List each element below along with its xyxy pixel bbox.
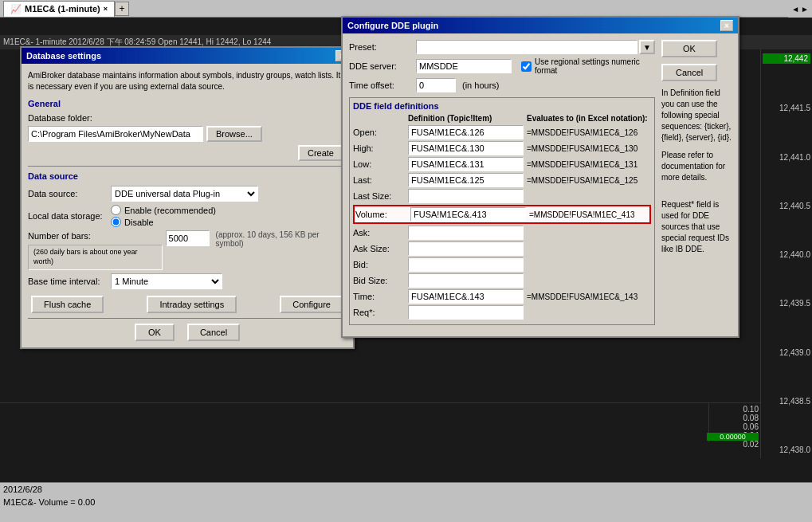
bid-label: Bid:	[353, 260, 405, 269]
side-note-3: Request* field is used for DDE sources t…	[661, 199, 732, 255]
approx-text: (approx. 10 days, 156 KB per symbol)	[216, 230, 347, 248]
folder-row: Database folder:	[28, 113, 347, 123]
high-result: =MMSDDE!FUSA!M1EC&_130	[527, 144, 646, 153]
dde-close-btn[interactable]: ×	[720, 20, 733, 31]
field-row-volume: Volume: =MMSDDE!FUSA!M1EC_413	[353, 205, 651, 224]
action-btn-row: Flush cache Intraday settings Configure	[28, 296, 347, 313]
field-column-headers: Definition (Topic!Item) Evaluates to (in…	[353, 114, 651, 123]
num-bars-row: Number of bars: (260 daily bars is about…	[28, 230, 347, 270]
db-dialog-body: AmiBroker database maintains information…	[22, 64, 353, 347]
divider-2	[28, 318, 347, 319]
field-row-bid: Bid:	[353, 257, 651, 272]
disable-radio-item: Disable	[111, 217, 216, 227]
db-ok-button[interactable]: OK	[135, 324, 175, 341]
field-row-open: Open: =MMSDDE!FUSA!M1EC&_126	[353, 125, 651, 139]
db-dialog-titlebar: Database settings ×	[22, 48, 353, 64]
lastsize-label: Last Size:	[353, 191, 405, 201]
field-row-lastsize: Last Size:	[353, 189, 651, 203]
datasource-section-header: Data source	[28, 171, 347, 181]
time-offset-unit: (in hours)	[462, 80, 499, 90]
regional-label: Use regional settings numeric format	[535, 57, 655, 75]
general-section-header: General	[28, 99, 347, 108]
dde-title-text: Configure DDE plugin	[347, 21, 438, 30]
db-cancel-button[interactable]: Cancel	[187, 324, 240, 341]
last-label: Last:	[353, 175, 405, 185]
side-note-1: In Definition field you can use the foll…	[661, 88, 732, 143]
field-row-req: Req*:	[353, 305, 651, 320]
low-result: =MMSDDE!FUSA!M1EC&_131	[527, 160, 646, 169]
lastsize-input[interactable]	[408, 189, 524, 203]
field-row-last: Last: =MMSDDE!FUSA!M1EC&_125	[353, 173, 651, 187]
base-time-select[interactable]: 1 Minute	[111, 273, 222, 289]
enable-radio[interactable]	[111, 205, 121, 215]
col-header-spacer	[353, 114, 405, 123]
open-result: =MMSDDE!FUSA!M1EC&_126	[527, 128, 646, 137]
configure-button[interactable]: Configure	[280, 296, 343, 313]
volume-input[interactable]	[410, 207, 526, 222]
time-result: =MMSDDE!FUSA!M1EC&_143	[527, 292, 646, 301]
folder-input[interactable]	[28, 126, 203, 142]
datasource-select[interactable]: DDE universal data Plug-in	[111, 186, 258, 202]
bidsize-input[interactable]	[408, 273, 524, 288]
field-row-bidsize: Bid Size:	[353, 273, 651, 288]
dde-side-panel: OK Cancel In Definition field you can us…	[661, 40, 732, 330]
dde-cancel-button[interactable]: Cancel	[661, 64, 717, 81]
field-defs-header: DDE field definitions	[353, 101, 651, 111]
disable-radio[interactable]	[111, 217, 121, 227]
divider-1	[28, 166, 347, 167]
low-label: Low:	[353, 159, 405, 169]
low-input[interactable]	[408, 157, 524, 171]
field-row-high: High: =MMSDDE!FUSA!M1EC&_130	[353, 141, 651, 155]
disable-radio-label: Disable	[124, 218, 154, 227]
create-button[interactable]: Create	[298, 145, 343, 161]
browse-button[interactable]: Browse...	[206, 126, 262, 142]
volume-result: =MMSDDE!FUSA!M1EC_413	[529, 210, 649, 219]
dialog-overlay: Database settings × AmiBroker database m…	[0, 0, 812, 522]
local-storage-radio-group: Enable (recommended) Disable	[111, 205, 216, 227]
dde-field-section: DDE field definitions Definition (Topic!…	[349, 97, 655, 325]
regional-checkbox[interactable]	[521, 61, 532, 72]
base-time-label: Base time interval:	[28, 277, 108, 286]
volume-label-field: Volume:	[355, 210, 407, 219]
open-input[interactable]	[408, 125, 524, 139]
time-input[interactable]	[408, 289, 524, 304]
dde-dialog: Configure DDE plugin × Preset: ▼ DDE ser…	[341, 16, 739, 338]
ask-input[interactable]	[408, 226, 524, 240]
flush-cache-button[interactable]: Flush cache	[31, 296, 104, 313]
time-offset-input[interactable]	[416, 78, 456, 92]
asksize-label: Ask Size:	[353, 244, 405, 253]
high-label: High:	[353, 143, 405, 153]
high-input[interactable]	[408, 141, 524, 155]
ok-cancel-row: OK Cancel	[28, 324, 347, 341]
preset-dropdown-btn[interactable]: ▼	[639, 40, 655, 54]
datasource-label: Data source:	[28, 189, 108, 198]
preset-input[interactable]	[416, 40, 637, 54]
open-label: Open:	[353, 128, 405, 137]
num-bars-input[interactable]	[166, 230, 210, 246]
last-input[interactable]	[408, 173, 524, 187]
intraday-settings-button[interactable]: Intraday settings	[147, 296, 237, 313]
dde-server-row: DDE server: Use regional settings numeri…	[349, 57, 655, 75]
preset-label: Preset:	[349, 42, 413, 52]
preset-row: Preset: ▼	[349, 40, 655, 54]
field-row-ask: Ask:	[353, 226, 651, 240]
req-input[interactable]	[408, 305, 524, 320]
field-row-time: Time: =MMSDDE!FUSA!M1EC&_143	[353, 289, 651, 304]
local-storage-label: Local data storage:	[28, 211, 108, 221]
time-offset-row: Time offset: (in hours)	[349, 78, 655, 92]
enable-radio-label: Enable (recommended)	[124, 206, 216, 215]
dde-server-input[interactable]	[416, 59, 512, 73]
ask-label: Ask:	[353, 228, 405, 237]
bid-input[interactable]	[408, 257, 524, 272]
bidsize-label: Bid Size:	[353, 276, 405, 285]
dde-ok-button[interactable]: OK	[661, 40, 717, 57]
datasource-row: Data source: DDE universal data Plug-in	[28, 186, 347, 202]
asksize-input[interactable]	[408, 241, 524, 256]
folder-input-row: Browse...	[28, 126, 347, 142]
enable-radio-item: Enable (recommended)	[111, 205, 216, 215]
last-result: =MMSDDE!FUSA!M1EC&_125	[527, 176, 646, 185]
field-row-low: Low: =MMSDDE!FUSA!M1EC&_131	[353, 157, 651, 171]
db-description: AmiBroker database maintains information…	[28, 70, 347, 92]
time-offset-label: Time offset:	[349, 80, 413, 90]
db-dialog-title-text: Database settings	[26, 51, 101, 61]
